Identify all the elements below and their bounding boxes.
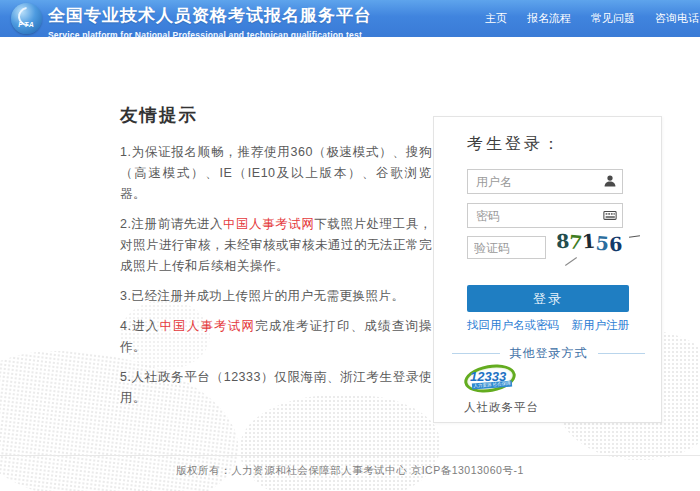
tip-item-1: 1.为保证报名顺畅，推荐使用360（极速模式）、搜狗（高速模式）、IE（IE10… <box>120 142 432 205</box>
login-button[interactable]: 登录 <box>467 285 629 312</box>
tip-item-2: 2.注册前请先进入中国人事考试网下载照片处理工具，对照片进行审核，未经审核或审核… <box>120 214 432 277</box>
tip-item-5: 5.人社政务平台（12333）仅限海南、浙江考生登录使用。 <box>120 367 432 409</box>
tips-heading: 友情提示 <box>120 103 432 127</box>
gov-platform-label: 人社政务平台 <box>464 400 539 415</box>
other-login-divider: 其他登录方式 <box>452 345 645 362</box>
page-subtitle: Service platform for National Profession… <box>48 30 372 40</box>
page-title: 全国专业技术人员资格考试报名服务平台 <box>48 4 372 27</box>
logo-text: PTA <box>11 21 42 28</box>
gov-12333-login-button[interactable]: 12333 人力资源 社会保障 <box>464 363 522 397</box>
tip-text: 1.为保证报名顺畅，推荐使用360（极速模式）、搜狗（高速模式）、IE（IE10… <box>120 145 432 201</box>
header-bar: PTA 全国专业技术人员资格考试报名服务平台 Service platform … <box>0 0 700 37</box>
tip-item-4: 4.进入中国人事考试网完成准考证打印、成绩查询操作。 <box>120 316 432 358</box>
tip-text: 4.进入 <box>120 319 159 333</box>
nav-home[interactable]: 主页 <box>475 11 517 26</box>
tip-item-3: 3.已经注册并成功上传照片的用户无需更换照片。 <box>120 286 432 307</box>
nav-faq[interactable]: 常见问题 <box>581 11 645 26</box>
captcha-image[interactable]: 87156 <box>556 230 644 264</box>
footer-divider <box>0 455 700 456</box>
copyright-text: 版权所有：人力资源和社会保障部人事考试中心 京ICP备13013060号-1 <box>0 464 700 478</box>
tip-text: 5.人社政务平台（12333）仅限海南、浙江考生登录使用。 <box>120 370 432 405</box>
username-field-wrap <box>467 169 623 194</box>
title-block: 全国专业技术人员资格考试报名服务平台 Service platform for … <box>48 4 372 40</box>
cpta-link[interactable]: 中国人事考试网 <box>223 217 314 231</box>
password-field-wrap <box>467 203 623 228</box>
other-login-label: 其他登录方式 <box>500 345 598 362</box>
divider-line <box>598 353 646 354</box>
login-links-row: 找回用户名或密码 新用户注册 <box>467 318 629 333</box>
password-input[interactable] <box>467 203 623 228</box>
divider-line <box>452 353 500 354</box>
captcha-field-wrap <box>467 236 546 259</box>
platform-logo-icon: PTA <box>11 3 42 34</box>
candidate-login-panel: 考生登录： 87156 登录 找回用户名或密码 新用户注册 其他登录方式 <box>433 116 662 423</box>
forgot-credentials-link[interactable]: 找回用户名或密码 <box>467 318 559 333</box>
captcha-input[interactable] <box>467 236 546 259</box>
page: PTA 全国专业技术人员资格考试报名服务平台 Service platform … <box>0 0 700 491</box>
friendly-tips-section: 友情提示 1.为保证报名顺畅，推荐使用360（极速模式）、搜狗（高速模式）、IE… <box>120 103 432 418</box>
new-user-register-link[interactable]: 新用户注册 <box>572 318 630 333</box>
nav-consult-phone[interactable]: 咨询电话 <box>645 11 700 26</box>
tip-text: 3.已经注册并成功上传照片的用户无需更换照片。 <box>120 289 404 303</box>
cpta-link[interactable]: 中国人事考试网 <box>159 319 255 333</box>
top-nav: 主页 报名流程 常见问题 咨询电话 <box>475 0 700 37</box>
username-input[interactable] <box>467 169 623 194</box>
nav-registration-process[interactable]: 报名流程 <box>517 11 581 26</box>
login-title: 考生登录： <box>467 134 562 155</box>
tip-text: 2.注册前请先进入 <box>120 217 223 231</box>
